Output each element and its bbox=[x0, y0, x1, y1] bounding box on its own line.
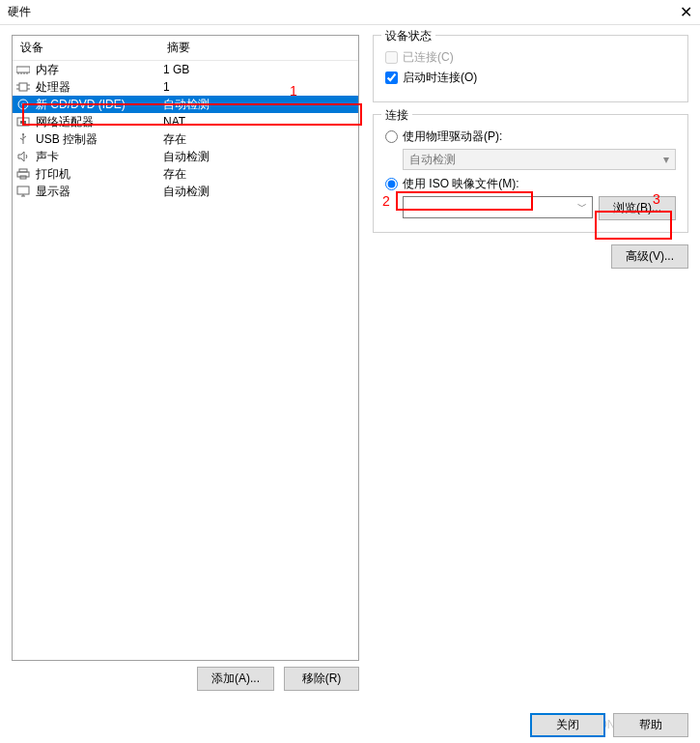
svg-point-14 bbox=[22, 133, 24, 135]
connected-label: 已连接(C) bbox=[403, 49, 454, 66]
connect-on-power-row[interactable]: 启动时连接(O) bbox=[385, 70, 676, 86]
svg-rect-5 bbox=[19, 83, 27, 91]
device-name: 显示器 bbox=[36, 184, 163, 200]
sound-icon bbox=[16, 150, 32, 163]
device-row[interactable]: 打印机 存在 bbox=[13, 165, 358, 183]
titlebar: 硬件 ✕ bbox=[0, 0, 700, 25]
device-name: 打印机 bbox=[36, 166, 163, 183]
device-summary: 自动检测 bbox=[163, 97, 354, 113]
svg-rect-0 bbox=[16, 67, 30, 72]
device-row[interactable]: 显示器 自动检测 bbox=[13, 183, 358, 200]
device-list: 设备 摘要 内存 1 GB 处理器 1 bbox=[12, 35, 359, 661]
advanced-button[interactable]: 高级(V)... bbox=[611, 244, 688, 269]
device-summary: NAT bbox=[163, 115, 354, 129]
svg-point-11 bbox=[22, 103, 25, 106]
iso-file-combo[interactable] bbox=[403, 196, 593, 218]
printer-icon bbox=[16, 167, 32, 181]
device-row[interactable]: USB 控制器 存在 bbox=[13, 130, 358, 148]
close-button[interactable]: 关闭 bbox=[530, 713, 605, 737]
help-button[interactable]: 帮助 bbox=[613, 713, 688, 737]
status-title: 设备状态 bbox=[381, 28, 435, 44]
device-summary: 1 bbox=[163, 80, 354, 94]
connection-group: 连接 使用物理驱动器(P): 自动检测 使用 ISO 映像文件(M): 浏览(B… bbox=[373, 114, 688, 233]
physical-drive-label: 使用物理驱动器(P): bbox=[403, 129, 502, 145]
iso-file-radio[interactable] bbox=[385, 178, 398, 190]
connected-checkbox-row: 已连接(C) bbox=[385, 49, 676, 66]
device-row[interactable]: 新 CD/DVD (IDE) 自动检测 bbox=[13, 96, 358, 113]
device-name: 网络适配器 bbox=[36, 114, 163, 130]
connection-title: 连接 bbox=[381, 107, 412, 124]
device-name: USB 控制器 bbox=[36, 131, 163, 148]
disc-icon bbox=[16, 98, 32, 111]
physical-drive-radio[interactable] bbox=[385, 130, 398, 143]
memory-icon bbox=[16, 63, 32, 76]
device-name: 内存 bbox=[36, 62, 163, 78]
device-row[interactable]: 网络适配器 NAT bbox=[13, 113, 358, 130]
device-name: 新 CD/DVD (IDE) bbox=[36, 97, 163, 113]
close-icon[interactable]: ✕ bbox=[680, 3, 692, 21]
cpu-icon bbox=[16, 80, 32, 94]
device-summary: 1 GB bbox=[163, 63, 354, 76]
physical-drive-combo: 自动检测 bbox=[403, 149, 676, 170]
device-row[interactable]: 处理器 1 bbox=[13, 78, 358, 96]
physical-drive-row[interactable]: 使用物理驱动器(P): bbox=[385, 129, 676, 145]
nic-icon bbox=[16, 115, 32, 129]
svg-rect-13 bbox=[20, 121, 26, 124]
physical-drive-value: 自动检测 bbox=[409, 152, 456, 168]
connect-on-power-checkbox[interactable] bbox=[385, 71, 398, 84]
header-device: 设备 bbox=[20, 40, 167, 56]
iso-file-row[interactable]: 使用 ISO 映像文件(M): bbox=[385, 176, 676, 192]
device-name: 声卡 bbox=[36, 149, 163, 165]
header-summary: 摘要 bbox=[167, 40, 350, 56]
browse-button[interactable]: 浏览(B)... bbox=[599, 196, 676, 220]
list-header: 设备 摘要 bbox=[13, 36, 358, 61]
device-name: 处理器 bbox=[36, 79, 163, 96]
display-icon bbox=[16, 185, 32, 198]
device-summary: 自动检测 bbox=[163, 184, 354, 200]
device-status-group: 设备状态 已连接(C) 启动时连接(O) bbox=[373, 35, 688, 102]
window-title: 硬件 bbox=[8, 4, 680, 20]
device-summary: 存在 bbox=[163, 131, 354, 148]
device-row[interactable]: 内存 1 GB bbox=[13, 61, 358, 78]
iso-file-label: 使用 ISO 映像文件(M): bbox=[403, 176, 519, 192]
device-summary: 自动检测 bbox=[163, 149, 354, 165]
connected-checkbox bbox=[385, 51, 398, 64]
usb-icon bbox=[16, 132, 32, 146]
svg-rect-18 bbox=[17, 186, 29, 194]
device-row[interactable]: 声卡 自动检测 bbox=[13, 148, 358, 165]
add-button[interactable]: 添加(A)... bbox=[197, 667, 274, 691]
remove-button[interactable]: 移除(R) bbox=[284, 667, 359, 691]
connect-on-power-label: 启动时连接(O) bbox=[403, 70, 477, 86]
device-summary: 存在 bbox=[163, 166, 354, 183]
